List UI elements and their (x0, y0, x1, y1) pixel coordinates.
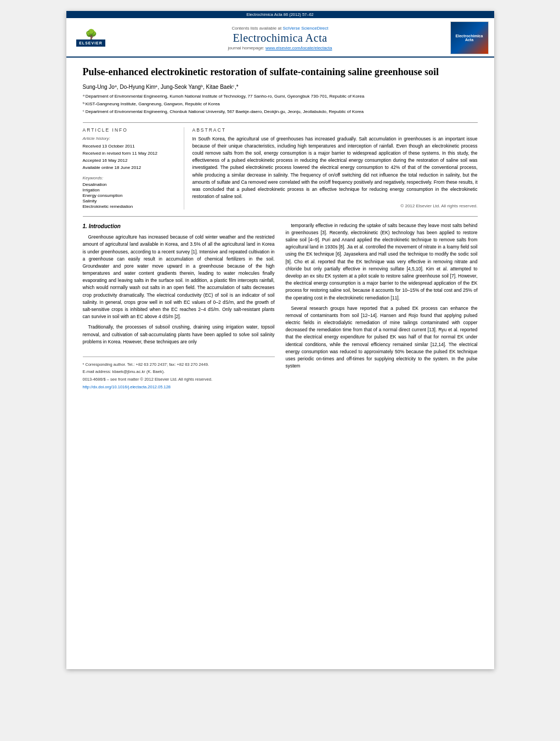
body-col-right: temporarily effective in reducing the up… (286, 222, 478, 392)
footnote-issn: 0013-4686/$ – see front matter © 2012 El… (83, 376, 275, 383)
main-article-body: 1. Introduction Greenhouse agriculture h… (83, 216, 478, 392)
sciverse-link[interactable]: SciVerse ScienceDirect (282, 26, 328, 31)
authors: Sung-Ung Joᵃ, Do-Hyung Kimᵃ, Jung-Seok Y… (83, 84, 478, 90)
article-body: Pulse-enhanced electrokinetic restoratio… (66, 58, 494, 402)
sciverse-line: Contents lists available at SciVerse Sci… (116, 26, 445, 31)
keyword-4: Salinity (83, 199, 178, 203)
doi-text: Electrochimica Acta 86 (2012) 57–62 (246, 12, 314, 17)
body-para-1: Greenhouse agriculture has increased bec… (83, 234, 275, 320)
article-page: Electrochimica Acta 86 (2012) 57–62 🌳 EL… (66, 11, 494, 669)
footnote-corresponding: * Corresponding author. Tel.: +82 63 270… (83, 361, 275, 368)
keyword-5: Electrokinetic remediation (83, 204, 178, 209)
affiliations: ᵃ Department of Environmental Engineerin… (83, 93, 478, 115)
homepage-url[interactable]: www.elsevier.com/locate/electacta (265, 46, 332, 50)
body-col-left: 1. Introduction Greenhouse agriculture h… (83, 222, 275, 392)
footnote-email: E-mail address: kbaek@jbnu.ac.kr (K. Bae… (83, 369, 275, 375)
journal-logo-text: ElectrochimicaActa (456, 34, 483, 42)
body-two-col: 1. Introduction Greenhouse agriculture h… (83, 222, 478, 392)
journal-header: 🌳 ELSEVIER Contents lists available at S… (66, 18, 494, 58)
article-info-heading: ARTICLE INFO (83, 127, 178, 133)
info-abstract-section: ARTICLE INFO Article history: Received 1… (83, 122, 478, 210)
affiliation-c: ᶜ Department of Environmental Engineerin… (83, 109, 478, 116)
homepage-label: journal homepage: (228, 46, 264, 50)
abstract-text: In South Korea, the agricultural use of … (193, 135, 478, 201)
doi-bar: Electrochimica Acta 86 (2012) 57–62 (66, 11, 494, 18)
keywords-label: Keywords: (83, 176, 178, 180)
body-para-4: Several research groups have reported th… (286, 305, 478, 370)
article-title: Pulse-enhanced electrokinetic restoratio… (83, 66, 478, 78)
body-para-3: temporarily effective in reducing the up… (286, 222, 478, 302)
elsevier-logo: 🌳 ELSEVIER (72, 30, 110, 47)
journal-logo-right: ElectrochimicaActa (450, 21, 489, 54)
section1-heading: Introduction (89, 223, 121, 229)
section1-number: 1. (83, 223, 89, 229)
footnote-doi[interactable]: http://dx.doi.org/10.1016/j.electacta.20… (83, 384, 275, 391)
received-date: Received 13 October 2011 (83, 143, 178, 150)
footnote-doi-link[interactable]: http://dx.doi.org/10.1016/j.electacta.20… (83, 384, 171, 389)
available-date: Available online 18 June 2012 (83, 165, 178, 171)
footnotes: * Corresponding author. Tel.: +82 63 270… (83, 357, 275, 391)
history-label: Article history: (83, 136, 178, 141)
accepted-date: Accepted 16 May 2012 (83, 157, 178, 164)
sciverse-text: Contents lists available at (231, 26, 281, 31)
elsevier-tree-icon: 🌳 (85, 30, 97, 39)
received-revised-date: Received in revised form 11 May 2012 (83, 150, 178, 157)
body-para-2: Traditionally, the processes of subsoil … (83, 324, 275, 346)
copyright-line: © 2012 Elsevier Ltd. All rights reserved… (193, 203, 478, 208)
keyword-2: Irrigation (83, 188, 178, 193)
affiliation-b: ᵇ KIST-Gangneung Institute, Gangneung, G… (83, 101, 478, 108)
keyword-3: Energy consumption (83, 193, 178, 198)
section1-title: 1. Introduction (83, 222, 275, 231)
keyword-1: Desalination (83, 182, 178, 187)
abstract-column: ABSTRACT In South Korea, the agricultura… (193, 127, 478, 210)
header-center: Contents lists available at SciVerse Sci… (110, 26, 450, 50)
abstract-heading: ABSTRACT (193, 127, 478, 133)
elsevier-label: ELSEVIER (76, 39, 105, 47)
journal-title: Electrochimica Acta (116, 32, 445, 44)
article-info-column: ARTICLE INFO Article history: Received 1… (83, 127, 184, 210)
affiliation-a: ᵃ Department of Environmental Engineerin… (83, 93, 478, 100)
journal-homepage: journal homepage: www.elsevier.com/locat… (116, 46, 445, 50)
